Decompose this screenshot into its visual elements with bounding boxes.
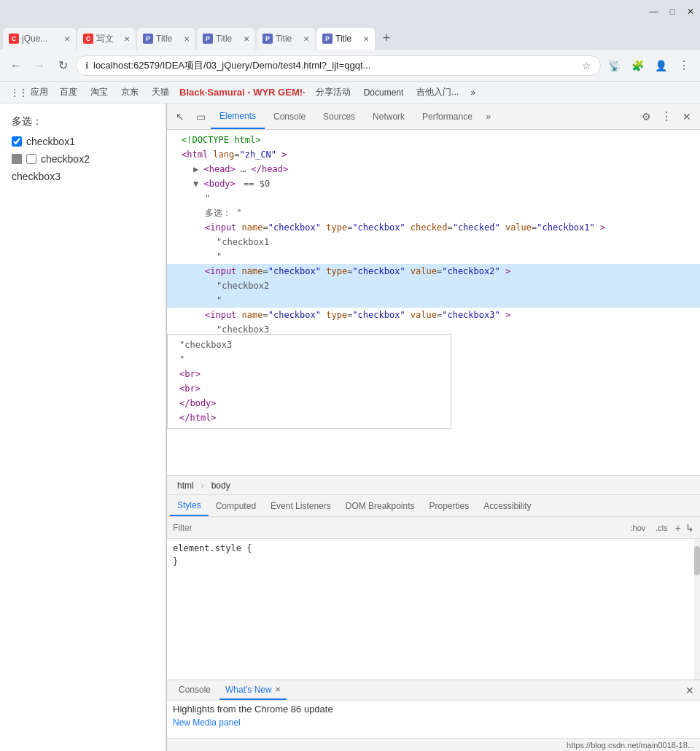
reload-button[interactable]: ↻ — [52, 55, 73, 76]
bottom-tab-styles[interactable]: Styles — [170, 496, 209, 516]
html-line-body-open[interactable]: ▼ <body> == $0 — [167, 176, 700, 191]
tab-console[interactable]: Console — [265, 104, 314, 129]
console-drawer-tab-whatsnew[interactable]: What's New ✕ — [219, 680, 287, 700]
checkbox2-icon — [12, 154, 22, 164]
maximize-button[interactable]: □ — [670, 7, 675, 17]
tab-close-2[interactable]: ✕ — [124, 35, 130, 43]
tab-close-5[interactable]: ✕ — [303, 35, 309, 43]
hov-button[interactable]: :hov — [628, 522, 649, 534]
bottom-tab-event-listeners[interactable]: Event Listeners — [263, 496, 338, 516]
bottom-tab-dom-breakpoints[interactable]: DOM Breakpoints — [338, 496, 422, 516]
add-style-button[interactable]: + — [675, 522, 681, 534]
breadcrumb-html[interactable]: html — [173, 479, 198, 492]
checkbox-row-2: checkbox2 — [12, 153, 154, 165]
tab-close-3[interactable]: ✕ — [184, 35, 190, 43]
bookmarks-watermark: Black·Samurai - WYR GEM!· — [179, 87, 306, 98]
devtools-tabs: Elements Console Sources Network Perform… — [211, 104, 481, 129]
devtools-panel: ↖ ▭ Elements Console Sources Network Per… — [166, 104, 700, 751]
menu-button[interactable]: ⋮ — [674, 55, 694, 76]
styles-scrollbar-thumb[interactable] — [694, 546, 700, 575]
tab-network[interactable]: Network — [364, 104, 413, 129]
html-line-input2[interactable]: <input name="checkbox" type="checkbox" v… — [167, 264, 700, 279]
bottom-tab-accessibility[interactable]: Accessibility — [476, 496, 538, 516]
bookmark-taobao[interactable]: 淘宝 — [85, 85, 114, 101]
tab-sources[interactable]: Sources — [314, 104, 364, 129]
apps-grid-icon: ⋮⋮ — [10, 87, 28, 98]
devtools-settings-button[interactable]: ⚙ — [636, 106, 656, 127]
devtools-more-options-button[interactable]: ⋮ — [656, 106, 677, 127]
html-line-text1[interactable]: " — [167, 191, 700, 206]
html-line-text-label[interactable]: 多选： " — [167, 206, 700, 220]
bookmark-tianmao[interactable]: 天猫 — [146, 85, 175, 101]
browser-tab-4[interactable]: P Title ✕ — [197, 28, 255, 50]
profile-button[interactable]: 👤 — [650, 55, 671, 76]
whatsnew-close-icon[interactable]: ✕ — [275, 685, 281, 693]
tab-close-4[interactable]: ✕ — [244, 35, 249, 43]
popup-line-br2: <br> — [168, 381, 451, 396]
tab-elements[interactable]: Elements — [211, 104, 265, 129]
browser-tab-3[interactable]: P Title ✕ — [137, 28, 195, 50]
bottom-tab-computed[interactable]: Computed — [209, 496, 263, 516]
close-button[interactable]: ✕ — [687, 7, 694, 17]
console-highlight-text: Highlights from the Chrome 86 update — [173, 704, 694, 715]
breadcrumb-bar: html › body — [167, 476, 700, 495]
html-line-doctype[interactable]: <!DOCTYPE html> — [167, 133, 700, 147]
html-line-input1[interactable]: <input name="checkbox" type="checkbox" c… — [167, 220, 700, 235]
styles-scrollbar-track[interactable] — [694, 539, 700, 680]
back-button[interactable]: ← — [6, 55, 26, 76]
html-line-text-cb1-quote[interactable]: " — [167, 249, 700, 264]
breadcrumb-body[interactable]: body — [207, 479, 235, 492]
console-drawer-tab-console[interactable]: Console — [173, 680, 217, 700]
status-bar: https://blog.csdn.net/main0018-18... — [167, 738, 700, 751]
bookmark-guitar[interactable]: 吉他入门... — [411, 85, 464, 101]
html-panel: <!DOCTYPE html> <html lang="zh_CN" > ▶ <… — [167, 130, 700, 475]
new-tab-button[interactable]: + — [376, 28, 397, 48]
bookmark-document[interactable]: Document — [358, 85, 410, 101]
cast-button[interactable]: 📡 — [604, 55, 624, 76]
html-line-head[interactable]: ▶ <head> … </head> — [167, 162, 700, 176]
bookmark-baidu[interactable]: 百度 — [54, 85, 83, 101]
minimize-button[interactable]: — — [650, 7, 658, 17]
tab-bar: C jQue... ✕ C 写文 ✕ P Title ✕ P Title ✕ P… — [0, 23, 700, 50]
bookmark-share[interactable]: 分享活动 — [310, 85, 357, 101]
forward-button[interactable]: → — [29, 55, 50, 76]
checkbox3-label: checkbox3 — [12, 171, 61, 182]
style-rule-close: } — [173, 555, 694, 568]
html-line-text-cb2[interactable]: "checkbox2 — [167, 279, 700, 293]
browser-tab-5[interactable]: P Title ✕ — [257, 28, 315, 50]
browser-tab-6[interactable]: P Title ✕ — [316, 28, 375, 50]
checkbox2-input[interactable] — [26, 154, 36, 164]
html-line-html[interactable]: <html lang="zh_CN" > — [167, 147, 700, 162]
console-drawer-close-button[interactable]: ✕ — [685, 685, 694, 696]
browser-tab-1[interactable]: C jQue... ✕ — [3, 28, 76, 50]
checkbox1-input[interactable] — [12, 136, 22, 147]
tab-title-2: 写文 — [96, 33, 121, 45]
html-line-text-cb2-quote[interactable]: " — [167, 293, 700, 308]
tab-favicon-5: P — [262, 34, 273, 44]
cls-button[interactable]: .cls — [653, 522, 671, 534]
browser-tab-2[interactable]: C 写文 ✕ — [77, 28, 136, 50]
toggle-style-button[interactable]: ↳ — [685, 522, 694, 534]
more-devtools-tabs-button[interactable]: » — [481, 106, 496, 127]
console-new-media-link[interactable]: New Media panel — [173, 717, 694, 728]
tab-performance[interactable]: Performance — [413, 104, 481, 129]
device-toolbar-button[interactable]: ▭ — [190, 106, 211, 127]
bookmark-star-icon[interactable]: ☆ — [582, 60, 591, 71]
page-label: 多选： — [12, 115, 154, 128]
devtools-toolbar: ↖ ▭ Elements Console Sources Network Per… — [167, 104, 700, 130]
popup-line-1: "checkbox3 — [168, 338, 451, 352]
more-bookmarks-button[interactable]: » — [466, 85, 480, 101]
html-line-input3[interactable]: <input name="checkbox" type="checkbox" v… — [167, 308, 700, 322]
tab-close-1[interactable]: ✕ — [64, 35, 70, 43]
style-filter-input[interactable] — [173, 523, 622, 533]
checkbox2-label: checkbox2 — [41, 153, 90, 165]
devtools-close-button[interactable]: ✕ — [677, 106, 697, 127]
bookmark-jingdong[interactable]: 京东 — [115, 85, 144, 101]
tab-close-6[interactable]: ✕ — [363, 35, 369, 43]
inspect-cursor-button[interactable]: ↖ — [170, 106, 190, 127]
extensions-button[interactable]: 🧩 — [627, 55, 648, 76]
html-line-text-cb1[interactable]: "checkbox1 — [167, 235, 700, 249]
url-bar[interactable]: ℹ localhost:62579/IDEA项目/03_jQuery/Demo/… — [76, 55, 601, 76]
bottom-tab-properties[interactable]: Properties — [421, 496, 476, 516]
apps-button[interactable]: ⋮⋮ 应用 — [6, 85, 52, 101]
